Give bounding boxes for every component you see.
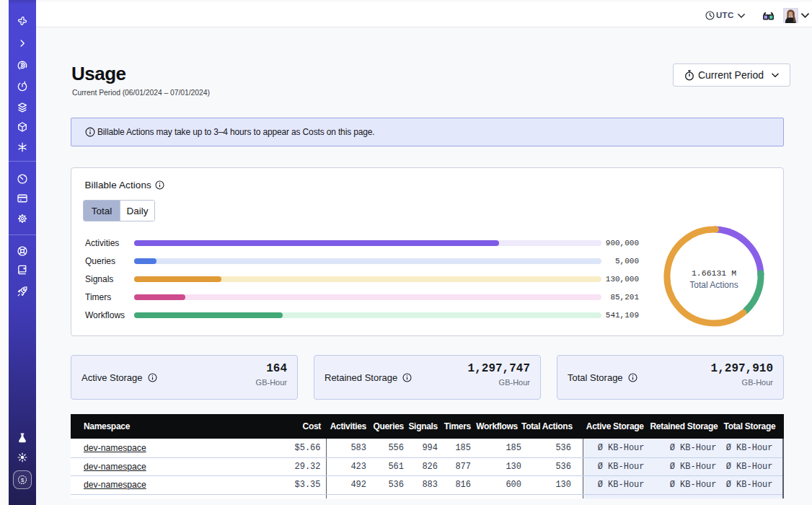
svg-text:Total Actions: Total Actions [689, 280, 738, 290]
svg-text:$: $ [20, 477, 24, 483]
svg-text:1.66131 M: 1.66131 M [692, 268, 736, 278]
